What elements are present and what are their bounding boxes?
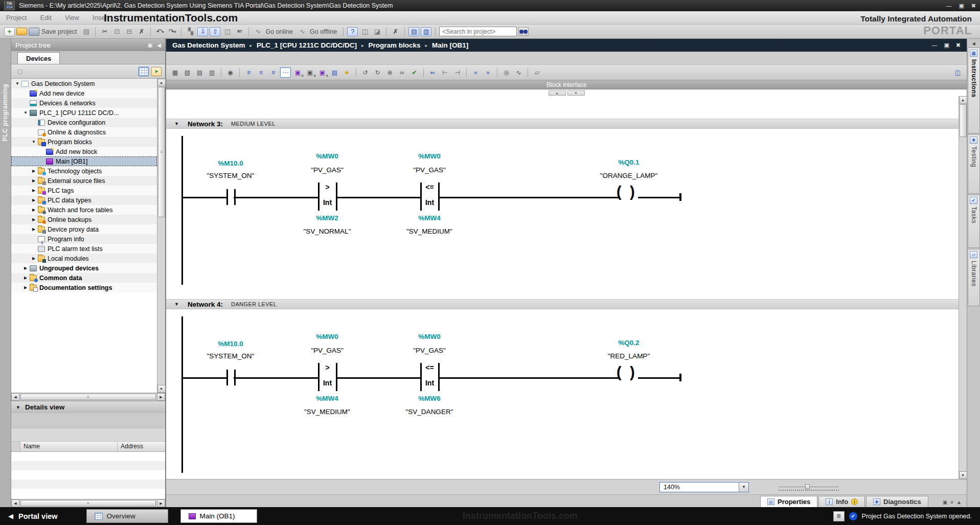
close-icon[interactable]: ✖ bbox=[971, 3, 976, 9]
portal-view-arrow-icon[interactable]: ◀ bbox=[8, 512, 13, 520]
contact-symbol[interactable] bbox=[234, 370, 236, 385]
operand-tag[interactable]: "SV_MEDIUM" bbox=[271, 408, 383, 416]
expander-icon[interactable]: ▶ bbox=[31, 208, 37, 212]
operand-address[interactable]: %MW4 bbox=[373, 214, 486, 222]
operand-address[interactable]: %MW0 bbox=[373, 333, 486, 340]
network-3-header[interactable]: ▼ Network 3: MEDIUM LEVEL bbox=[166, 119, 959, 129]
operand-address[interactable]: %Q0.2 bbox=[573, 339, 685, 347]
insert-box-icon[interactable]: ▣± bbox=[292, 67, 303, 78]
snapshot-icon[interactable]: ∞ bbox=[397, 67, 407, 78]
new-project-icon[interactable]: + bbox=[4, 27, 15, 36]
go-offline-label[interactable]: Go offline bbox=[310, 28, 337, 35]
main-ob1-button[interactable]: Main (OB1) bbox=[180, 509, 257, 523]
editor-vertical-scrollbar[interactable]: ▲ ▼ bbox=[959, 96, 967, 479]
dropdown[interactable]: ± bbox=[326, 73, 328, 78]
jump-forward-icon[interactable]: » bbox=[483, 67, 493, 78]
inspector-menu-icon[interactable]: ≡ bbox=[950, 499, 953, 505]
monitor-on-icon[interactable]: ⊢ bbox=[440, 67, 450, 78]
collapse-right-icon[interactable]: ◀ bbox=[969, 40, 978, 48]
tree-item[interactable]: ▼ Program blocks bbox=[11, 137, 157, 147]
contact-symbol[interactable] bbox=[234, 189, 236, 205]
operand-tag[interactable]: "PV_GAS" bbox=[271, 347, 383, 354]
print-icon[interactable]: ▤ bbox=[81, 26, 92, 37]
coil-symbol[interactable]: ) bbox=[630, 365, 635, 380]
tree-item[interactable]: ▶ Watch and force tables bbox=[11, 205, 157, 215]
editor-overview-icon[interactable]: ◫ bbox=[952, 67, 963, 78]
favorites-list-icon[interactable]: ≡ bbox=[243, 67, 254, 78]
copy-icon[interactable]: ⊡ bbox=[111, 26, 122, 37]
tab-libraries[interactable]: ▱ Libraries bbox=[968, 249, 980, 306]
menu-edit[interactable]: Edit bbox=[40, 14, 51, 21]
start-cpu-icon[interactable]: ◫ bbox=[359, 26, 370, 37]
tree-item[interactable]: ▶ Documentation settings bbox=[11, 283, 157, 292]
minimize-icon[interactable]: — bbox=[946, 3, 951, 9]
operand-tag[interactable]: "SV_MEDIUM" bbox=[373, 227, 486, 235]
consistency-check-icon[interactable]: ✔ bbox=[409, 67, 420, 78]
insert-empty-box-icon[interactable]: ▣± bbox=[305, 67, 315, 78]
operand-address[interactable]: %M10.0 bbox=[174, 340, 287, 348]
portal-view-button[interactable]: Portal view bbox=[18, 512, 58, 520]
tree-hscroll-thumb[interactable]: ≡ bbox=[20, 394, 156, 400]
dropdown[interactable]: ± bbox=[314, 73, 316, 78]
split-vertical-icon[interactable]: ▥ bbox=[421, 27, 431, 36]
editor-close-icon[interactable]: ✖ bbox=[956, 42, 961, 49]
accessible-devices-icon[interactable]: ? bbox=[347, 27, 358, 36]
operand-address[interactable]: %MW2 bbox=[271, 214, 383, 222]
operand-address[interactable]: %MW0 bbox=[271, 152, 383, 160]
tree-item[interactable]: ▼ Gas Detection System bbox=[11, 79, 157, 88]
overview-button[interactable]: Overview bbox=[86, 509, 168, 523]
tree-item[interactable]: ▶ Ungrouped devices bbox=[11, 263, 157, 273]
absolute-operands-icon[interactable]: ◉ bbox=[225, 67, 236, 78]
expander-icon[interactable]: ▶ bbox=[22, 285, 29, 290]
tree-item[interactable]: ▶ Device proxy data bbox=[11, 224, 157, 234]
details-collapse-icon[interactable]: ▼ bbox=[16, 405, 20, 410]
operand-tag[interactable]: "RED_LAMP" bbox=[573, 352, 685, 360]
scroll-down-icon[interactable]: ▼ bbox=[959, 471, 967, 479]
undo-dropdown[interactable]: ± bbox=[162, 30, 164, 33]
tree-item[interactable]: ▶ Technology objects bbox=[11, 166, 157, 176]
editor-scroll-thumb[interactable] bbox=[960, 104, 967, 137]
tab-tasks[interactable]: ✔ Tasks bbox=[968, 195, 980, 248]
details-col-address[interactable]: Address bbox=[118, 442, 165, 451]
tree-item[interactable]: Main [OB1] bbox=[11, 156, 157, 166]
insert-branch-icon[interactable]: ▣± bbox=[317, 67, 328, 78]
tree-scroll-thumb[interactable]: ≡ bbox=[158, 87, 165, 217]
monitor-off-icon[interactable]: ⊣ bbox=[452, 67, 463, 78]
load-setpoints-icon[interactable]: ⇐ bbox=[427, 67, 438, 78]
delete-icon[interactable]: ✗ bbox=[136, 26, 147, 37]
add-favorites-icon[interactable]: ★ bbox=[341, 67, 352, 78]
zoom-select[interactable]: 140% ▼ bbox=[659, 482, 749, 492]
zoom-slider[interactable] bbox=[779, 484, 839, 491]
expander-icon[interactable]: ▼ bbox=[22, 110, 29, 115]
tree-item[interactable]: ▶ Local modules bbox=[11, 254, 157, 263]
go-offline-icon[interactable]: ∿ bbox=[297, 26, 308, 37]
expand-all-icon[interactable]: ≡ bbox=[256, 67, 266, 78]
network-4-header[interactable]: ▼ Network 4: DANGER LEVEL bbox=[166, 299, 959, 309]
breadcrumb-project[interactable]: Gas Detection System bbox=[172, 41, 245, 49]
operand-address[interactable]: %MW6 bbox=[373, 395, 486, 402]
table-view-icon[interactable] bbox=[139, 67, 149, 76]
cut-icon[interactable]: ✂ bbox=[99, 26, 110, 37]
search-project-icon[interactable] bbox=[518, 27, 529, 36]
network-collapse-icon[interactable]: ▼ bbox=[174, 302, 188, 307]
tree-horizontal-scrollbar[interactable]: ◀ ≡ ▶ bbox=[11, 393, 165, 401]
go-online-label[interactable]: Go online bbox=[265, 28, 293, 35]
operand-tag[interactable]: "PV_GAS" bbox=[373, 347, 486, 354]
expander-icon[interactable]: ▶ bbox=[31, 217, 37, 222]
load-device-icon[interactable]: ◫ bbox=[222, 26, 233, 37]
compare-operator[interactable]: > bbox=[317, 183, 338, 191]
breadcrumb-main-ob1[interactable]: Main [OB1] bbox=[432, 41, 468, 49]
status-panel-icon[interactable]: ≣ bbox=[833, 511, 845, 521]
scroll-up-icon[interactable]: ▲ bbox=[959, 96, 967, 104]
tab-diagnostics[interactable]: ✚ Diagnostics bbox=[866, 496, 928, 507]
operand-address[interactable]: %M10.0 bbox=[174, 159, 287, 167]
open-project-icon[interactable] bbox=[16, 28, 27, 35]
call-structure-icon[interactable]: ∿ bbox=[513, 67, 524, 78]
scroll-right-icon[interactable]: ▶ bbox=[157, 499, 165, 507]
stop-cpu-icon[interactable]: ◪ bbox=[372, 26, 382, 37]
menu-project[interactable]: Project bbox=[6, 14, 27, 21]
tree-item[interactable]: PLC alarm text lists bbox=[11, 244, 157, 254]
compare-datatype[interactable]: Int bbox=[419, 198, 440, 207]
tree-item[interactable]: ▶ Online backups bbox=[11, 215, 157, 224]
tab-devices[interactable]: Devices bbox=[17, 52, 60, 64]
